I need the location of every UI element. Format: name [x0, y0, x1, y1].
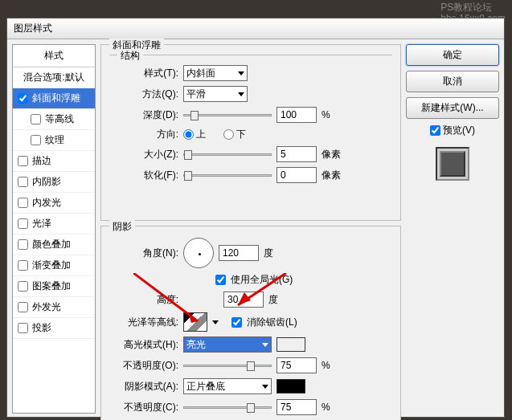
chevron-down-icon	[262, 385, 268, 389]
layer-style-dialog: 图层样式 样式 混合选项:默认 斜面和浮雕 等高线 纹理 描边 内阴影 内发光 …	[6, 18, 505, 418]
direction-down[interactable]: 下	[223, 128, 246, 141]
watermark-line1: PS教程论坛	[440, 2, 506, 13]
style-outer-glow[interactable]: 外发光	[13, 297, 95, 318]
size-label: 大小(Z):	[109, 148, 178, 161]
style-contour[interactable]: 等高线	[13, 109, 95, 130]
checkbox-drop-shadow[interactable]	[18, 323, 28, 333]
direction-label: 方向:	[109, 128, 178, 141]
soften-slider[interactable]	[183, 174, 272, 177]
checkbox-contour[interactable]	[31, 114, 41, 124]
soften-unit: 像素	[322, 169, 341, 182]
size-slider[interactable]	[183, 153, 272, 156]
shading-group: 阴影 角度(N): 度 使用全局光(G) 高度: 度 光泽等高线: 消除锯齿(L…	[100, 226, 401, 420]
shadow-opacity-label: 不透明度(C):	[109, 401, 178, 414]
checkbox-gradient-overlay[interactable]	[18, 260, 28, 271]
style-inner-shadow[interactable]: 内阴影	[13, 172, 95, 193]
style-inner-glow[interactable]: 内发光	[13, 193, 95, 214]
shadow-opacity-slider[interactable]	[183, 406, 272, 409]
checkbox-satin[interactable]	[18, 218, 28, 229]
structure-title: 结构	[117, 49, 143, 63]
highlight-mode-select[interactable]: 亮光	[183, 336, 272, 353]
bevel-group: 斜面和浮雕 结构 样式(T): 内斜面 方法(Q): 平滑 深度(D): % 方…	[100, 44, 401, 221]
angle-dial[interactable]	[183, 238, 214, 268]
direction-up[interactable]: 上	[183, 128, 206, 141]
style-texture[interactable]: 纹理	[13, 130, 95, 151]
style-color-overlay[interactable]: 颜色叠加	[13, 234, 95, 255]
highlight-opacity-slider[interactable]	[183, 365, 272, 367]
chevron-down-icon	[238, 71, 244, 75]
checkbox-color-overlay[interactable]	[18, 239, 28, 250]
styles-header: 样式	[13, 45, 95, 67]
gloss-contour-swatch[interactable]	[183, 312, 207, 332]
antialias-checkbox[interactable]	[231, 317, 242, 328]
soften-input[interactable]	[276, 167, 317, 183]
depth-input[interactable]	[276, 107, 317, 123]
technique-label: 方法(Q):	[109, 88, 178, 101]
blending-options-row[interactable]: 混合选项:默认	[13, 67, 95, 88]
gloss-label: 光泽等高线:	[109, 316, 178, 329]
checkbox-outer-glow[interactable]	[18, 302, 28, 312]
highlight-color-swatch[interactable]	[276, 337, 305, 352]
highlight-mode-label: 高光模式(H):	[109, 338, 178, 352]
styles-list: 样式 混合选项:默认 斜面和浮雕 等高线 纹理 描边 内阴影 内发光 光泽 颜色…	[12, 44, 96, 414]
technique-select[interactable]: 平滑	[183, 86, 248, 102]
highlight-opacity-label: 不透明度(O):	[109, 359, 178, 373]
angle-input[interactable]	[219, 245, 259, 261]
style-label: 样式(T):	[109, 67, 178, 80]
ok-button[interactable]: 确定	[406, 44, 499, 66]
checkbox-texture[interactable]	[31, 135, 41, 145]
style-satin[interactable]: 光泽	[13, 214, 95, 234]
style-bevel-emboss[interactable]: 斜面和浮雕	[13, 88, 95, 109]
chevron-down-icon	[262, 343, 268, 347]
style-select[interactable]: 内斜面	[183, 65, 248, 81]
angle-label: 角度(N):	[109, 247, 178, 260]
depth-slider[interactable]	[183, 114, 272, 116]
style-drop-shadow[interactable]: 投影	[13, 318, 95, 339]
soften-label: 软化(F):	[109, 169, 178, 182]
checkbox-inner-glow[interactable]	[18, 198, 28, 208]
global-light-label: 使用全局光(G)	[231, 273, 293, 287]
antialias-label: 消除锯齿(L)	[247, 316, 297, 329]
cancel-button[interactable]: 取消	[406, 71, 499, 92]
checkbox-pattern-overlay[interactable]	[18, 281, 28, 292]
dialog-title: 图层样式	[14, 22, 52, 34]
altitude-input[interactable]	[223, 292, 264, 308]
preview-toggle[interactable]: 预览(V)	[406, 124, 499, 137]
new-style-button[interactable]: 新建样式(W)...	[406, 97, 499, 119]
shading-title: 阴影	[109, 220, 135, 234]
highlight-opacity-input[interactable]	[276, 357, 317, 373]
shadow-color-swatch[interactable]	[276, 379, 305, 393]
altitude-label: 高度:	[109, 293, 178, 307]
size-unit: 像素	[322, 148, 341, 161]
shadow-opacity-input[interactable]	[276, 399, 317, 415]
global-light-checkbox[interactable]	[215, 275, 226, 285]
depth-unit: %	[322, 109, 330, 120]
chevron-down-icon	[238, 92, 244, 96]
depth-label: 深度(D):	[109, 108, 178, 122]
style-stroke[interactable]: 描边	[13, 151, 95, 172]
checkbox-bevel[interactable]	[18, 93, 28, 104]
chevron-down-icon[interactable]	[212, 320, 219, 324]
style-pattern-overlay[interactable]: 图案叠加	[13, 276, 95, 297]
shadow-mode-label: 阴影模式(A):	[109, 380, 178, 393]
shadow-mode-select[interactable]: 正片叠底	[183, 378, 272, 394]
style-gradient-overlay[interactable]: 渐变叠加	[13, 255, 95, 276]
preview-swatch	[436, 147, 469, 181]
size-input[interactable]	[276, 146, 317, 162]
titlebar: 图层样式	[7, 18, 504, 39]
checkbox-inner-shadow[interactable]	[18, 177, 28, 187]
checkbox-stroke[interactable]	[18, 156, 28, 166]
